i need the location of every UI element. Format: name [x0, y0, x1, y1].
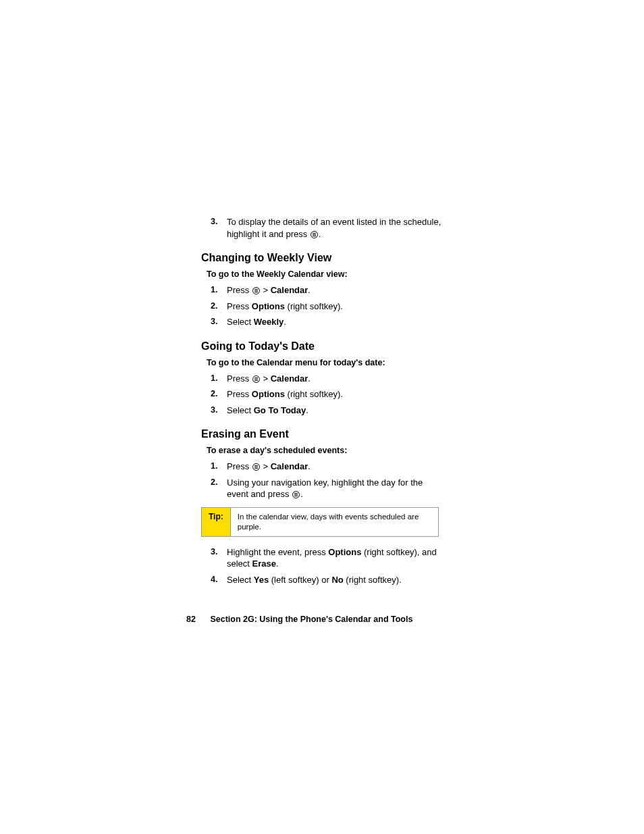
section-heading: Going to Today's Date — [201, 340, 444, 353]
step-list: 1. Press > Calendar. 2. Press Options (r… — [201, 373, 444, 417]
intro-step-list: 3. To display the details of an event li… — [201, 216, 444, 240]
step-number: 1. — [211, 284, 217, 296]
bold-term: Options — [252, 301, 285, 311]
bold-term: Go To Today — [254, 405, 306, 415]
tip-label: Tip: — [202, 508, 231, 536]
step-text: . — [276, 558, 279, 569]
step-text: . — [319, 229, 321, 239]
step-number: 2. — [211, 388, 217, 400]
step-number: 2. — [211, 477, 217, 488]
menu-icon — [292, 491, 300, 498]
step-text: . — [308, 285, 311, 295]
step-text: . — [284, 317, 286, 327]
list-item: 1. Press > Calendar. — [201, 373, 444, 385]
list-item: 1. Press > Calendar. — [201, 461, 444, 473]
step-text: Highlight the event, press — [227, 547, 328, 557]
bold-term: Erase — [252, 558, 276, 569]
step-text: (right softkey). — [344, 575, 402, 585]
step-text: Press — [227, 285, 252, 295]
step-text: . — [300, 489, 303, 499]
bold-term: Calendar — [271, 461, 308, 471]
step-text: Select — [227, 317, 254, 327]
step-list: 3. Highlight the event, press Options (r… — [201, 546, 444, 586]
page-number: 82 — [186, 615, 196, 624]
list-item: 1. Press > Calendar. — [201, 284, 444, 296]
step-text: Press — [227, 301, 252, 311]
footer-section: Section 2G: Using the Phone's Calendar a… — [210, 615, 412, 624]
tip-text: In the calendar view, days with events s… — [231, 508, 438, 536]
step-text: To display the details of an event liste… — [227, 217, 441, 239]
step-number: 3. — [211, 546, 217, 558]
step-text: > — [261, 285, 271, 295]
step-text: . — [308, 461, 311, 471]
section-heading: Erasing an Event — [201, 428, 444, 440]
bold-term: Yes — [254, 575, 269, 585]
step-text: > — [261, 373, 271, 384]
step-number: 3. — [211, 405, 217, 416]
bold-term: Options — [252, 389, 285, 399]
step-text: . — [308, 373, 311, 384]
list-item: 3. Select Go To Today. — [201, 405, 444, 417]
step-number: 3. — [211, 216, 217, 228]
step-text: . — [306, 405, 308, 415]
step-text: (right softkey). — [285, 389, 343, 399]
page-footer: 82 Section 2G: Using the Phone's Calenda… — [186, 615, 412, 624]
step-number: 1. — [211, 373, 217, 384]
step-text: (right softkey). — [285, 301, 343, 311]
list-item: 3. Select Weekly. — [201, 316, 444, 328]
menu-icon — [252, 463, 260, 471]
bold-term: Calendar — [271, 285, 308, 295]
list-item: 2. Press Options (right softkey). — [201, 388, 444, 400]
menu-icon — [252, 287, 260, 294]
bold-term: Options — [328, 547, 361, 557]
step-number: 3. — [211, 316, 217, 328]
section-subhead: To erase a day's scheduled events: — [207, 446, 444, 455]
step-text: Select — [227, 405, 254, 415]
step-text: > — [261, 461, 271, 471]
step-number: 1. — [211, 461, 217, 472]
list-item: 3. Highlight the event, press Options (r… — [201, 546, 444, 570]
step-text: Press — [227, 389, 252, 399]
tip-box: Tip: In the calendar view, days with eve… — [201, 507, 439, 537]
section-heading: Changing to Weekly View — [201, 252, 444, 264]
list-item: 3. To display the details of an event li… — [201, 216, 444, 240]
list-item: 2. Using your navigation key, highlight … — [201, 477, 444, 500]
content-column: 3. To display the details of an event li… — [201, 216, 444, 586]
step-list: 1. Press > Calendar. 2. Press Options (r… — [201, 284, 444, 328]
step-list: 1. Press > Calendar. 2. Using your navig… — [201, 461, 444, 500]
section-subhead: To go to the Weekly Calendar view: — [207, 269, 444, 279]
bold-term: Weekly — [254, 317, 284, 327]
step-number: 2. — [211, 301, 217, 312]
menu-icon — [311, 231, 318, 238]
bold-term: Calendar — [271, 373, 308, 384]
section-subhead: To go to the Calendar menu for today's d… — [207, 358, 444, 367]
step-text: Press — [227, 373, 252, 384]
step-number: 4. — [211, 574, 217, 585]
step-text: Using your navigation key, highlight the… — [227, 477, 423, 500]
document-page: 3. To display the details of an event li… — [0, 0, 644, 586]
menu-icon — [252, 375, 260, 383]
bold-term: No — [331, 575, 343, 585]
list-item: 2. Press Options (right softkey). — [201, 301, 444, 313]
step-text: (left softkey) or — [269, 575, 331, 585]
step-text: Press — [227, 461, 252, 471]
step-text: Select — [227, 575, 254, 585]
list-item: 4. Select Yes (left softkey) or No (righ… — [201, 574, 444, 586]
